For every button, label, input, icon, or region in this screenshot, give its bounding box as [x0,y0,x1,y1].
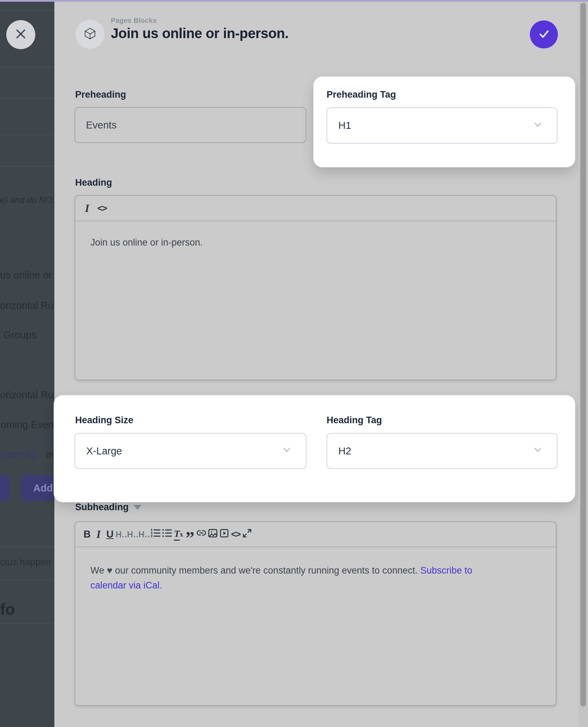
block-type-avatar [75,20,105,49]
clear-format-t: T [174,528,180,541]
underline-button[interactable]: U [104,529,116,540]
divider [0,547,54,547]
collapse-triangle-icon[interactable] [134,505,141,510]
dimmed-dynamic-rest: ev [46,449,54,460]
preheading-label: Preheading [75,89,126,100]
close-icon [15,28,27,41]
subheading-editor-toolbar: B I U H.. H.. H.. Tx ” [75,522,556,547]
divider [0,67,54,68]
divider [0,623,54,623]
cube-icon [82,26,98,43]
code-view-button[interactable]: <> [96,203,108,214]
dimmed-button [0,475,10,501]
subheading-label-row: Subheading [75,502,141,513]
heading-tag-label: Heading Tag [327,415,382,426]
heading-tag-select[interactable]: H2 [327,433,558,469]
heading-tag-value: H2 [338,445,351,457]
dimmed-item-horizontal-rule: orizontal Rule [0,300,54,311]
subheading-editor: B I U H.. H.. H.. Tx ” [74,521,556,706]
divider [0,134,54,135]
subheading-text: We ♥ our community members and we're con… [90,565,418,576]
heading-editor-toolbar: I <> [75,196,556,221]
image-icon [207,528,218,541]
video-button[interactable] [219,528,230,541]
subscribe-link-line2[interactable]: calendar via iCal. [90,580,162,591]
italic-button[interactable]: I [93,528,104,541]
preheading-tag-label: Preheading Tag [327,89,396,100]
heading-size-tag-card: Heading Size X-Large Heading Tag H2 [54,395,575,502]
image-button[interactable] [207,528,219,541]
code-view-button[interactable]: <> [230,529,241,540]
clear-format-x: x [180,531,183,538]
subheading-editor-content[interactable]: We ♥ our community members and we're con… [75,547,556,593]
chevron-down-icon [533,119,543,132]
link-icon [196,528,207,541]
dimmed-dynamic-accent: ynamic): [0,449,38,460]
divider [0,10,54,10]
dimmed-item-upcoming-events: oming Events [1,419,54,431]
dimmed-section-heading: fo [0,600,15,619]
divider [0,98,54,99]
blockquote-button[interactable]: ” [184,527,196,542]
link-button[interactable] [196,528,207,541]
heading3-button[interactable]: H.. [139,530,150,539]
dimmed-background-panel: e) and do NOT us online or i orizontal R… [0,0,54,727]
preheading-input[interactable]: Events [74,107,306,143]
heading1-button[interactable]: H.. [116,530,127,539]
subscribe-link-line1[interactable]: Subscribe to [420,565,472,576]
clear-format-button[interactable]: Tx [173,528,184,541]
heading-label: Heading [75,177,112,188]
confirm-button[interactable] [530,20,558,48]
heading-size-select[interactable]: X-Large [74,433,306,469]
heading-editor-content[interactable]: Join us online or in-person. [75,221,556,264]
divider [0,580,54,581]
close-button[interactable] [6,20,35,49]
heading-size-label: Heading Size [75,415,133,426]
dimmed-block-title: us online or i [0,269,54,281]
preheading-tag-value: H1 [338,120,351,131]
bold-button[interactable]: B [81,529,93,540]
video-icon [219,528,230,541]
top-accent-bar [0,0,588,2]
divider [0,166,54,167]
dimmed-help-text: e) and do NOT [0,195,54,205]
ordered-list-icon [150,528,161,541]
dimmed-note-text: ctus happen [0,557,51,568]
page-title: Join us online or in-person. [111,26,288,41]
check-icon [537,27,551,42]
fullscreen-button[interactable] [241,528,253,541]
breadcrumb: Pages Blocks [111,17,157,25]
scrollbar-thumb[interactable] [580,3,586,707]
dimmed-item-horizontal-rule: orizontal Rule [0,389,54,401]
heading-editor: I <> Join us online or in-person. [74,195,556,380]
heading2-button[interactable]: H.. [127,530,139,539]
dimmed-dynamic-label: ynamic): ev [0,449,54,460]
ordered-list-button[interactable] [150,528,161,541]
bullet-list-button[interactable] [161,528,173,541]
dimmed-add-button: Add [21,475,54,501]
scrollbar-track[interactable] [578,2,588,727]
bullet-list-icon [162,528,172,541]
preheading-tag-card: Preheading Tag H1 [313,77,575,167]
subheading-label: Subheading [75,502,129,513]
dimmed-item-groups: Groups [3,329,36,341]
heading-size-value: X-Large [86,445,122,457]
italic-button[interactable]: I [81,202,93,215]
fullscreen-icon [242,528,252,541]
preheading-tag-select[interactable]: H1 [327,107,558,144]
chevron-down-icon [282,445,292,458]
chevron-down-icon [533,445,543,458]
heading-value: Join us online or in-person. [90,237,203,248]
preheading-value: Events [86,119,117,131]
